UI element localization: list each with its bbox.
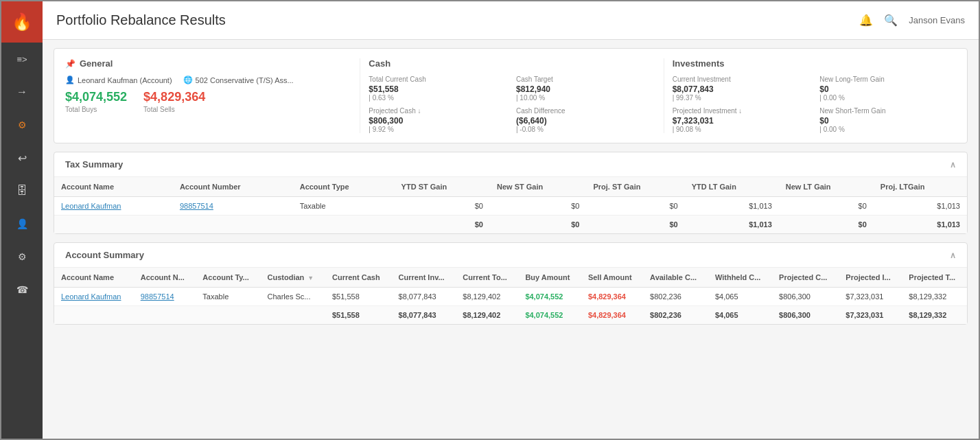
acct-total-empty-4 bbox=[261, 306, 326, 325]
col-acct-name: Account Name bbox=[54, 268, 134, 288]
user-name: Janson Evans bbox=[909, 15, 965, 25]
account-summary-title: Account Summary bbox=[65, 250, 144, 260]
tax-total-proj-lt: $1,013 bbox=[874, 216, 967, 234]
acct-total-projected-c: $806,300 bbox=[772, 306, 839, 325]
account-summary-table: Account Name Account N... Account Ty... … bbox=[54, 268, 967, 324]
summary-cards: 📌 General 👤 Leonard Kaufman (Account) 🌐 … bbox=[54, 48, 968, 143]
sidebar-item-rebalance[interactable]: ⚙ bbox=[1, 108, 43, 141]
tax-ytd-lt-gain: $1,013 bbox=[685, 197, 779, 216]
col-proj-st-gain: Proj. ST Gain bbox=[586, 177, 684, 197]
investments-card: Investments Current Investment $8,077,84… bbox=[673, 58, 956, 133]
account-summary-header: Account Summary ∧ bbox=[54, 243, 967, 268]
tax-total-new-lt: $0 bbox=[779, 216, 874, 234]
tax-total-empty-2 bbox=[173, 216, 293, 234]
tax-account-name-link[interactable]: Leonard Kaufman bbox=[61, 202, 121, 210]
col-custodian[interactable]: Custodian ▼ bbox=[261, 268, 326, 288]
tax-summary-table-container: Account Name Account Number Account Type… bbox=[54, 177, 967, 233]
current-investment: Current Investment $8,077,843 | 99.37 % bbox=[673, 76, 809, 102]
tax-total-empty-3 bbox=[293, 216, 395, 234]
acct-total-empty-3 bbox=[196, 306, 260, 325]
account-icon: 👤 bbox=[65, 76, 75, 84]
sidebar: 🔥 ≡> → ⚙ ↩ 🗄 👤 ⚙ ☎ bbox=[1, 1, 43, 439]
tax-total-ytd-st: $0 bbox=[395, 216, 490, 234]
tax-total-empty-1 bbox=[54, 216, 173, 234]
col-acct-type: Account Ty... bbox=[196, 268, 260, 288]
sidebar-item-add-user[interactable]: 👤 bbox=[1, 207, 43, 240]
col-available-c: Available C... bbox=[643, 268, 708, 288]
acct-number-link[interactable]: 98857514 bbox=[141, 292, 174, 301]
total-sells: $4,829,364 Total Sells bbox=[143, 90, 205, 113]
new-lt-gain: New Long-Term Gain $0 | 0.00 % bbox=[819, 76, 956, 102]
sidebar-item-menu[interactable]: ≡> bbox=[1, 43, 43, 76]
cash-target: Cash Target $812,940 | 10.00 % bbox=[516, 76, 653, 102]
app-logo: 🔥 bbox=[1, 1, 43, 43]
acct-name-link[interactable]: Leonard Kaufman bbox=[61, 292, 121, 301]
tax-summary-table: Account Name Account Number Account Type… bbox=[54, 177, 967, 233]
col-projected-i: Projected I... bbox=[839, 268, 902, 288]
col-projected-c: Projected C... bbox=[772, 268, 839, 288]
acct-name: Leonard Kaufman bbox=[54, 288, 134, 306]
account-line: 👤 Leonard Kaufman (Account) 🌐 502 Conser… bbox=[65, 76, 349, 84]
search-icon[interactable]: 🔍 bbox=[884, 14, 898, 27]
tax-proj-lt-gain: $1,013 bbox=[874, 197, 967, 216]
investments-grid: Current Investment $8,077,843 | 99.37 % … bbox=[673, 76, 956, 133]
sidebar-item-database[interactable]: 🗄 bbox=[1, 174, 43, 207]
col-account-number: Account Number bbox=[173, 177, 293, 197]
header-right: 🔔 🔍 Janson Evans bbox=[859, 14, 965, 27]
acct-total-projected-i: $7,323,031 bbox=[839, 306, 902, 325]
acct-total-buy: $4,074,552 bbox=[518, 306, 581, 325]
tax-total-proj-st: $0 bbox=[586, 216, 684, 234]
acct-total-projected-t: $8,129,332 bbox=[902, 306, 967, 325]
table-row: Leonard Kaufman 98857514 Taxable Charles… bbox=[54, 288, 967, 306]
acct-total-empty-1 bbox=[54, 306, 134, 325]
account-summary-collapse-icon[interactable]: ∧ bbox=[950, 251, 956, 260]
model-name-label: 🌐 502 Conservative (T/S) Ass... bbox=[183, 76, 294, 84]
account-summary-table-container: Account Name Account N... Account Ty... … bbox=[54, 268, 967, 324]
acct-total-withheld-c: $4,065 bbox=[708, 306, 772, 325]
sidebar-item-back[interactable]: ↩ bbox=[1, 141, 43, 174]
tax-summary-panel: Tax Summary ∧ Account Name Account Numbe… bbox=[54, 152, 968, 234]
total-buys-value: $4,074,552 bbox=[65, 90, 127, 104]
table-row: Leonard Kaufman 98857514 Taxable $0 $0 $… bbox=[54, 197, 967, 216]
acct-total-current-inv: $8,077,843 bbox=[392, 306, 456, 325]
acct-type: Taxable bbox=[196, 288, 260, 306]
col-account-name: Account Name bbox=[54, 177, 173, 197]
tax-total-new-st: $0 bbox=[490, 216, 586, 234]
account-summary-header-row: Account Name Account N... Account Ty... … bbox=[54, 268, 967, 288]
model-icon: 🌐 bbox=[183, 76, 193, 84]
col-ytd-st-gain: YTD ST Gain bbox=[395, 177, 490, 197]
investments-title: Investments bbox=[673, 58, 956, 69]
account-name-label: 👤 Leonard Kaufman (Account) bbox=[65, 76, 172, 84]
col-buy-amount: Buy Amount bbox=[518, 268, 581, 288]
acct-total-empty-2 bbox=[134, 306, 196, 325]
acct-current-total: $8,129,402 bbox=[456, 288, 518, 306]
account-summary-panel: Account Summary ∧ Account Name Account N… bbox=[54, 242, 968, 325]
sidebar-item-login[interactable]: → bbox=[1, 76, 43, 108]
tax-ytd-st-gain: $0 bbox=[395, 197, 490, 216]
tax-summary-header-row: Account Name Account Number Account Type… bbox=[54, 177, 967, 197]
general-title: 📌 General bbox=[65, 58, 349, 69]
tax-summary-collapse-icon[interactable]: ∧ bbox=[950, 160, 956, 170]
tax-new-lt-gain: $0 bbox=[779, 197, 874, 216]
col-withheld-c: Withheld C... bbox=[708, 268, 772, 288]
tax-total-ytd-lt: $1,013 bbox=[685, 216, 779, 234]
tax-account-name: Leonard Kaufman bbox=[54, 197, 173, 216]
tax-new-st-gain: $0 bbox=[490, 197, 586, 216]
col-sell-amount: Sell Amount bbox=[581, 268, 643, 288]
acct-available-c: $802,236 bbox=[643, 288, 708, 306]
sidebar-item-settings[interactable]: ⚙ bbox=[1, 240, 43, 273]
acct-current-cash: $51,558 bbox=[325, 288, 392, 306]
acct-buy-amount: $4,074,552 bbox=[518, 288, 581, 306]
tax-account-number-link[interactable]: 98857514 bbox=[180, 202, 213, 210]
tax-account-type: Taxable bbox=[293, 197, 395, 216]
pin-icon: 📌 bbox=[65, 59, 75, 69]
projected-investment: Projected Investment ↓ $7,323,031 | 90.0… bbox=[673, 107, 809, 133]
acct-current-inv: $8,077,843 bbox=[392, 288, 456, 306]
page-title: Portfolio Rebalance Results bbox=[56, 12, 226, 28]
notification-icon[interactable]: 🔔 bbox=[859, 14, 873, 27]
tax-summary-header: Tax Summary ∧ bbox=[54, 152, 967, 177]
col-ytd-lt-gain: YTD LT Gain bbox=[685, 177, 779, 197]
sidebar-item-phone[interactable]: ☎ bbox=[1, 273, 43, 306]
col-projected-t: Projected T... bbox=[902, 268, 967, 288]
col-acct-number: Account N... bbox=[134, 268, 196, 288]
